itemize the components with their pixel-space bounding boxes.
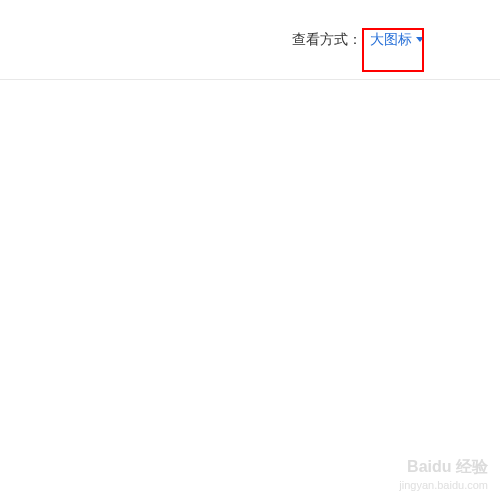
view-mode-dropdown[interactable]: 大图标 bbox=[366, 29, 428, 51]
toolbar: 查看方式： 大图标 bbox=[0, 0, 500, 80]
watermark-url: jingyan.baidu.com bbox=[399, 478, 488, 492]
watermark-brand: Baidu 经验 bbox=[399, 457, 488, 478]
content-area bbox=[0, 80, 500, 500]
view-mode-value: 大图标 bbox=[370, 31, 412, 49]
watermark: Baidu 经验 jingyan.baidu.com bbox=[399, 457, 488, 492]
view-mode-label: 查看方式： bbox=[292, 31, 362, 49]
chevron-down-icon bbox=[416, 37, 424, 42]
